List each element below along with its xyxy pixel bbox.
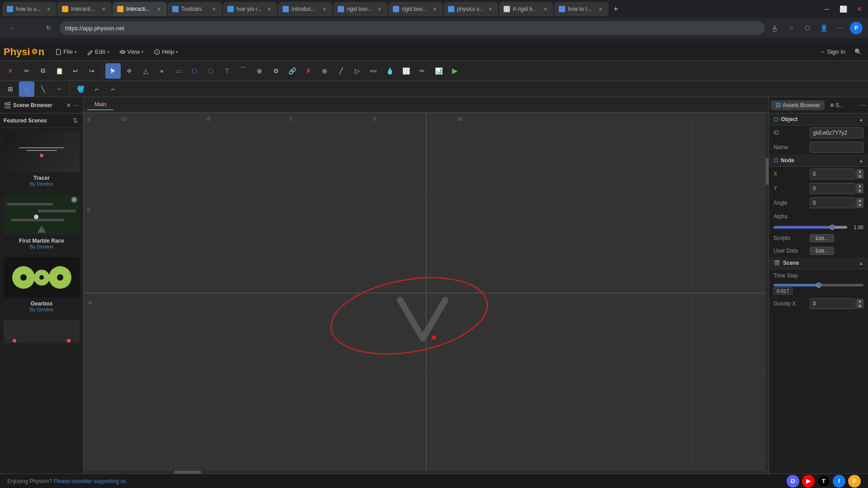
tab-10-close[interactable]: ✕ [542, 5, 549, 13]
tool-chain[interactable]: 🔗 [284, 63, 300, 79]
tool-fill[interactable]: 🪣 [73, 81, 88, 97]
sidebar-more-button[interactable]: ⋯ [73, 102, 80, 109]
tool-move[interactable]: ✛ [122, 63, 137, 79]
menu-edit[interactable]: Edit ▾ [82, 47, 113, 57]
tab-5-close[interactable]: ✕ [265, 5, 273, 13]
tab-8-close[interactable]: ✕ [431, 5, 438, 13]
tool-play[interactable]: ▶ [447, 63, 462, 79]
tool-arrow[interactable]: ▷ [349, 63, 365, 79]
tab-3-close[interactable]: ✕ [155, 5, 162, 13]
profile-icon[interactable]: 👤 [817, 22, 830, 34]
tool-coil[interactable]: ≈≈ [366, 63, 381, 79]
browser-tab-8[interactable]: rigid boo... ✕ [388, 2, 443, 16]
star-icon[interactable]: ☆ [785, 22, 797, 34]
scene-item-partial[interactable] [0, 316, 83, 343]
tool-special[interactable]: ⌐ [105, 81, 121, 97]
discord-icon[interactable]: D [787, 475, 799, 488]
browser-tab-4[interactable]: Toolbars ✕ [168, 2, 222, 16]
tool-line[interactable]: ╱ [333, 63, 349, 79]
menu-help[interactable]: ? Help ▾ [149, 47, 183, 57]
tool-chart[interactable]: 📊 [431, 63, 446, 79]
y-increment[interactable]: ▲ [856, 183, 863, 188]
status-link[interactable]: Please consider supporting us [53, 478, 126, 484]
tool-circle[interactable]: ● [154, 63, 170, 79]
reload-button[interactable]: ↻ [42, 21, 56, 35]
tool-copy[interactable]: ⧉ [35, 63, 51, 79]
tool-redo[interactable]: ↪ [84, 63, 99, 79]
y-decrement[interactable]: ▼ [856, 188, 863, 193]
name-input[interactable] [810, 142, 863, 153]
scene-section-header[interactable]: 🎬 Scene ▲ [769, 257, 868, 269]
scene-item-tracer[interactable]: Tracer By Dimitris [0, 128, 83, 191]
minimize-button[interactable]: ─ [821, 3, 833, 15]
sign-in-button[interactable]: → Sign In [814, 47, 851, 57]
tool-bezier[interactable]: ⌒ [236, 63, 251, 79]
id-input[interactable] [810, 127, 863, 138]
timestep-slider[interactable] [774, 284, 863, 286]
tool-gear[interactable]: ⚙ [268, 63, 283, 79]
panel-search-icon[interactable]: 🔍 [852, 46, 864, 58]
gravity-x-increment[interactable]: ▲ [856, 299, 863, 304]
more-options-icon[interactable]: ⋯ [834, 22, 846, 34]
back-button[interactable]: ← [5, 21, 20, 35]
tool-triangle[interactable]: △ [138, 63, 153, 79]
tab-6-close[interactable]: ✕ [321, 5, 328, 13]
x-decrement[interactable]: ▼ [856, 174, 863, 179]
tab-9-close[interactable]: ✕ [486, 5, 494, 13]
menu-file[interactable]: File ▾ [51, 47, 81, 57]
browser-tab-2[interactable]: Interacti... ✕ [57, 2, 112, 16]
y-input[interactable] [810, 183, 855, 194]
x-increment[interactable]: ▲ [856, 169, 863, 174]
tab-4-close[interactable]: ✕ [210, 5, 217, 13]
browser-tab-9[interactable]: physics s... ✕ [443, 2, 498, 16]
node-section-header[interactable]: ⬡ Node ▲ [769, 155, 868, 167]
tab-1-close[interactable]: ✕ [45, 5, 52, 13]
browser-tab-11[interactable]: how to t... ✕ [554, 2, 609, 16]
tool-spring[interactable]: ⊕ [252, 63, 267, 79]
angle-input[interactable] [810, 197, 855, 208]
facebook-icon[interactable]: f [833, 475, 845, 488]
canvas-tab-main[interactable]: Main [87, 99, 113, 110]
browser-profile-avatar[interactable]: P [850, 22, 863, 34]
tool-hexagon[interactable]: ⬡ [187, 63, 202, 79]
tool-dotted-line[interactable]: ┄ [52, 81, 67, 97]
tab-7-close[interactable]: ✕ [376, 5, 383, 13]
tool-beam[interactable]: ⬜ [398, 63, 414, 79]
tool-delete[interactable]: ✗ [301, 63, 316, 79]
scene-item-gearbox[interactable]: Gearbox By Dimitris [0, 253, 83, 316]
close-button[interactable]: ✕ [853, 3, 866, 15]
extensions-icon[interactable]: ⬡ [801, 22, 814, 34]
translate-icon[interactable]: A̲ [769, 22, 781, 34]
browser-tab-10[interactable]: A rigid b... ✕ [499, 2, 553, 16]
tool-corner[interactable]: ⌐ [89, 81, 104, 97]
tool-rectangle[interactable]: ▭ [170, 63, 186, 79]
featured-sort-icon[interactable]: ⇅ [71, 116, 80, 125]
tiktok-icon[interactable]: T [817, 475, 830, 488]
tool-drop[interactable]: 💧 [382, 63, 397, 79]
new-tab-button[interactable]: + [609, 3, 622, 15]
gravity-x-input[interactable] [810, 298, 855, 309]
object-section-header[interactable]: ⬡ Object ▲ [769, 113, 868, 126]
address-input[interactable] [60, 21, 765, 35]
tool-grid[interactable]: ⊞ [3, 81, 18, 97]
canvas-scroll-horizontal[interactable] [84, 471, 766, 474]
browser-tab-5[interactable]: hoe yto r... ✕ [223, 2, 277, 16]
canvas-viewport[interactable]: -16 -8 0 8 16 8 0 -8 [84, 113, 769, 474]
tool-select[interactable] [105, 63, 121, 79]
physion-social-icon[interactable]: P [848, 475, 861, 488]
tool-cut[interactable]: ✂ [19, 63, 34, 79]
angle-decrement[interactable]: ▼ [856, 203, 863, 208]
menu-view[interactable]: View ▾ [115, 47, 149, 57]
tool-snap[interactable]: ◎ [19, 81, 34, 97]
scene-item-marble-race[interactable]: First Marble Race By Dimitris [0, 191, 83, 253]
canvas-scroll-vertical[interactable] [766, 113, 769, 471]
x-input[interactable] [810, 169, 855, 179]
sidebar-close-button[interactable]: ✕ [66, 102, 71, 109]
tool-diagonal[interactable]: ╲ [35, 81, 51, 97]
tab-2-close[interactable]: ✕ [100, 5, 107, 13]
panel-tabs-more[interactable]: ⋯ [860, 102, 866, 109]
tool-stop[interactable]: ✕ [3, 63, 18, 79]
browser-tab-3[interactable]: Interacti... ✕ [113, 2, 167, 16]
tool-pencil[interactable]: ✏ [415, 63, 430, 79]
browser-tab-7[interactable]: rigid boo... ✕ [333, 2, 387, 16]
